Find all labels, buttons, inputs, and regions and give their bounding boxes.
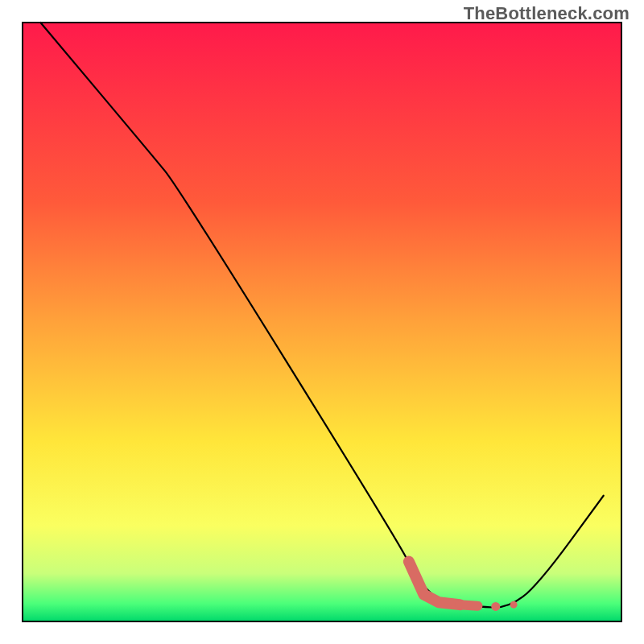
highlight-dot xyxy=(510,601,518,609)
bottleneck-chart xyxy=(0,0,644,644)
watermark-text: TheBottleneck.com xyxy=(464,3,630,24)
highlight-dot xyxy=(491,602,500,611)
gradient-background xyxy=(23,23,621,621)
highlight-dash xyxy=(460,605,477,605)
